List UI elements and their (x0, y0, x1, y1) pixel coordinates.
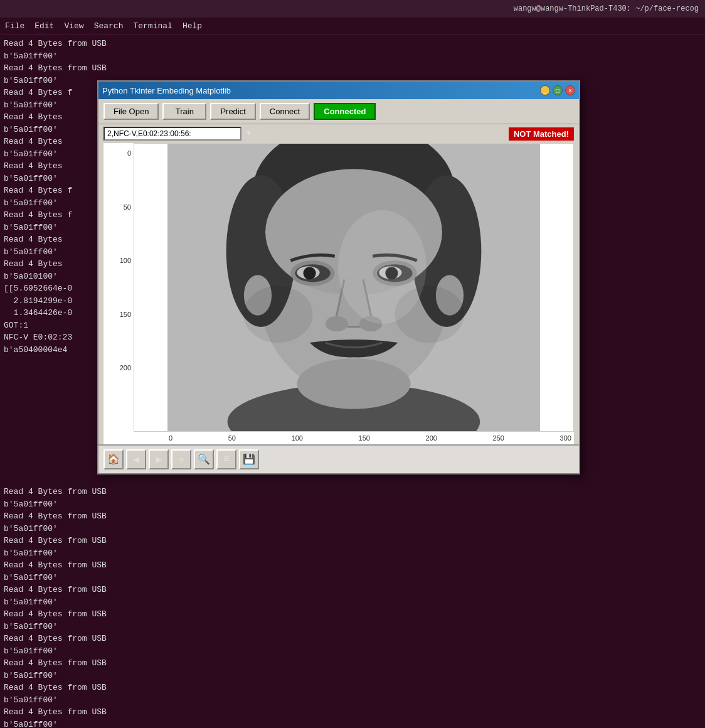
menu-view[interactable]: View (64, 21, 83, 31)
close-button[interactable]: × (565, 85, 575, 95)
terminal-titlebar: wangw@wangw-ThinkPad-T430: ~/p/face-reco… (0, 0, 705, 18)
face-image (134, 144, 573, 431)
maximize-button[interactable]: □ (553, 85, 563, 95)
terminal-title-text: wangw@wangw-ThinkPad-T430: ~/p/face-reco… (514, 4, 699, 13)
minimize-button[interactable]: _ (540, 85, 550, 95)
window-controls: _ □ × (540, 85, 575, 95)
menu-edit[interactable]: Edit (34, 21, 54, 31)
zoom-button[interactable]: 🔍 (194, 449, 214, 469)
menu-terminal[interactable]: Terminal (133, 21, 172, 31)
file-open-button[interactable]: File Open (103, 103, 159, 120)
back-button[interactable]: ◀ (126, 449, 146, 469)
chart-yaxis: 0 50 100 150 200 250 (103, 143, 134, 444)
connect-button[interactable]: Connect (260, 103, 310, 120)
menu-help[interactable]: Help (183, 21, 202, 31)
tkinter-titlebar: Python Tkinter Embeding Matplotlib _ □ × (98, 82, 579, 99)
predict-button[interactable]: Predict (210, 103, 255, 120)
train-button[interactable]: Train (162, 103, 206, 120)
tk-input-row: ▼ NOT Matched! (98, 124, 579, 143)
home-button[interactable]: 🏠 (103, 449, 124, 469)
svg-point-17 (303, 267, 315, 279)
connected-status-button[interactable]: Connected (314, 103, 376, 120)
settings-button[interactable]: ≡ (216, 449, 236, 469)
dropdown-arrow[interactable]: ▼ (246, 129, 251, 138)
chart-plot-area (134, 143, 574, 432)
chart-xaxis: 0 50 100 150 200 250 300 (134, 432, 574, 444)
tkinter-bottombar: 🏠 ◀ ▶ ✛ 🔍 ≡ 💾 (98, 444, 579, 473)
chart-container: 0 50 100 150 200 250 (103, 143, 574, 444)
save-button[interactable]: 💾 (239, 449, 259, 469)
nfc-input[interactable] (103, 127, 241, 141)
svg-point-19 (326, 316, 348, 331)
not-matched-status: NOT Matched! (509, 127, 574, 141)
tkinter-window: Python Tkinter Embeding Matplotlib _ □ ×… (97, 80, 580, 474)
terminal-menubar: File Edit View Search Terminal Help (0, 18, 705, 35)
tkinter-toolbar: File Open Train Predict Connect Connecte… (98, 99, 579, 124)
svg-point-21 (243, 286, 313, 343)
menu-search[interactable]: Search (94, 21, 124, 31)
menu-file[interactable]: File (5, 21, 24, 31)
tkinter-title: Python Tkinter Embeding Matplotlib (102, 86, 231, 95)
forward-button[interactable]: ▶ (149, 449, 169, 469)
terminal-output-bottom: Read 4 Bytes from USB b'5a01ff00' Read 4… (0, 483, 705, 728)
svg-point-23 (338, 210, 427, 324)
svg-point-24 (297, 358, 410, 409)
pan-button[interactable]: ✛ (171, 449, 191, 469)
